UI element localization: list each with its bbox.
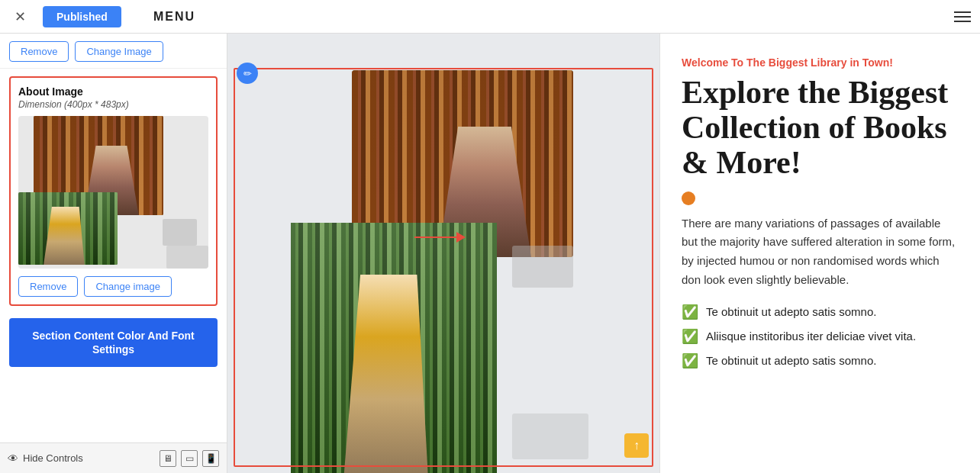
- list-item-text-2: Aliisque institoribus iter deliciae vive…: [706, 330, 916, 343]
- right-panel: Welcome To The Biggest Library in Town! …: [659, 34, 980, 473]
- canvas-gray-rect-1: [512, 246, 573, 288]
- canvas-area: ✏ ↑: [227, 34, 659, 473]
- section-color-font-button[interactable]: Section Content Color And Font Settings: [9, 318, 218, 367]
- hide-controls-button[interactable]: 👁 Hide Controls: [8, 452, 83, 465]
- bottom-buttons-row: Remove Change image: [18, 276, 208, 297]
- menu-label: MENU: [153, 10, 195, 24]
- bottom-bar: 👁 Hide Controls 🖥 ▭ 📱: [0, 442, 227, 473]
- change-image-bottom-button[interactable]: Change image: [84, 276, 172, 297]
- image-preview-collage: [18, 116, 208, 269]
- left-panel: Remove Change Image About Image Dimensio…: [0, 34, 227, 473]
- remove-top-button[interactable]: Remove: [9, 41, 69, 62]
- hamburger-icon[interactable]: [954, 11, 971, 22]
- list-item: ✅ Aliisque institoribus iter deliciae vi…: [682, 328, 959, 345]
- mobile-icon[interactable]: 📱: [202, 450, 219, 467]
- arrow-line: [414, 236, 456, 238]
- checklist: ✅ Te obtinuit ut adepto satis somno. ✅ A…: [682, 304, 959, 369]
- remove-bottom-button[interactable]: Remove: [18, 276, 78, 297]
- list-item: ✅ Te obtinuit ut adepto satis somno.: [682, 352, 959, 369]
- eye-icon: 👁: [8, 452, 18, 465]
- canvas-bottom-image: [291, 223, 497, 473]
- edit-pencil-icon[interactable]: ✏: [237, 63, 258, 84]
- about-image-title: About Image: [18, 85, 208, 98]
- change-image-top-button[interactable]: Change Image: [75, 41, 163, 62]
- list-item-text-3: Te obtinuit ut adepto satis somno.: [706, 354, 876, 367]
- about-image-box: About Image Dimension (400px * 483px) Re…: [9, 76, 218, 306]
- body-text: There are many variations of passages of…: [682, 214, 959, 290]
- tablet-icon[interactable]: ▭: [181, 450, 198, 467]
- top-buttons-row: Remove Change Image: [0, 34, 227, 69]
- collage-bottom-image: [18, 192, 118, 265]
- yellow-arrow-button[interactable]: ↑: [624, 433, 649, 458]
- arrow-indicator: [414, 232, 466, 243]
- orange-dot-decoration: [682, 191, 695, 205]
- check-icon-3: ✅: [682, 352, 698, 369]
- tagline: Welcome To The Biggest Library in Town!: [682, 56, 959, 69]
- about-image-dimension: Dimension (400px * 483px): [18, 99, 208, 110]
- check-icon-1: ✅: [682, 304, 698, 320]
- collage-gray-rect-2: [166, 246, 208, 269]
- main-layout: Remove Change Image About Image Dimensio…: [0, 34, 980, 473]
- desktop-icon[interactable]: 🖥: [160, 450, 176, 467]
- list-item: ✅ Te obtinuit ut adepto satis somno.: [682, 304, 959, 320]
- top-bar: ✕ Published MENU: [0, 0, 980, 34]
- hide-controls-label: Hide Controls: [23, 452, 83, 464]
- main-heading: Explore the Biggest Collection of Books …: [682, 75, 959, 181]
- published-button[interactable]: Published: [43, 6, 121, 27]
- check-icon-2: ✅: [682, 328, 698, 345]
- close-button[interactable]: ✕: [9, 6, 31, 27]
- canvas-gray-rect-2: [512, 413, 588, 459]
- arrow-head: [456, 232, 466, 243]
- list-item-text-1: Te obtinuit ut adepto satis somno.: [706, 305, 876, 318]
- collage-gray-rect-1: [163, 219, 197, 246]
